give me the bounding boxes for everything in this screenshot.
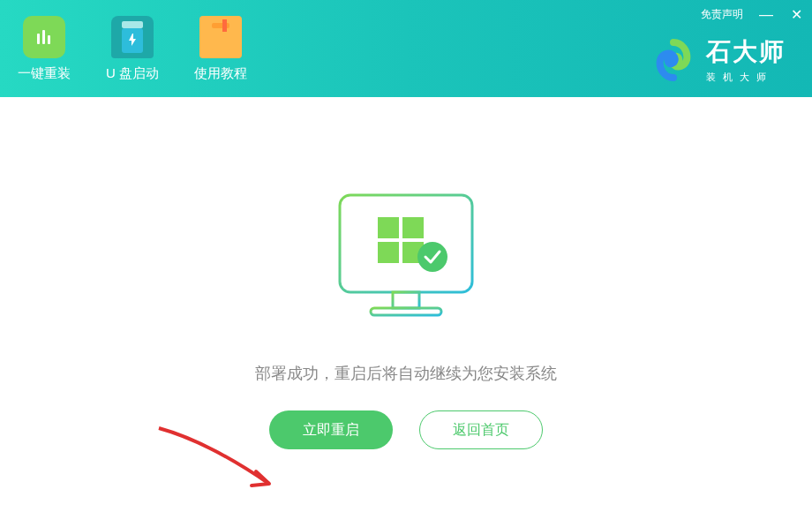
logo-subtitle: 装机大师 bbox=[706, 71, 786, 84]
tab-label: 一键重装 bbox=[18, 65, 71, 82]
tab-reinstall[interactable]: 一键重装 bbox=[18, 16, 71, 82]
logo-icon bbox=[651, 38, 695, 82]
minimize-button[interactable]: — bbox=[759, 8, 773, 22]
action-buttons: 立即重启 返回首页 bbox=[269, 410, 543, 449]
status-text: 部署成功，重启后将自动继续为您安装系统 bbox=[255, 363, 557, 384]
svg-rect-2 bbox=[48, 35, 50, 44]
svg-rect-11 bbox=[378, 217, 399, 238]
tab-label: 使用教程 bbox=[194, 65, 247, 82]
bars-icon bbox=[23, 16, 65, 58]
svg-rect-10 bbox=[371, 308, 441, 315]
svg-rect-7 bbox=[222, 19, 227, 32]
app-header: 一键重装 U 盘启动 使用教程 免责声明 bbox=[0, 0, 812, 97]
logo-title: 石大师 bbox=[706, 35, 786, 69]
app-logo: 石大师 装机大师 bbox=[651, 35, 786, 84]
restart-button[interactable]: 立即重启 bbox=[269, 410, 393, 449]
svg-rect-0 bbox=[37, 34, 40, 44]
main-content: 部署成功，重启后将自动继续为您安装系统 立即重启 返回首页 bbox=[0, 97, 812, 512]
tab-label: U 盘启动 bbox=[106, 65, 159, 82]
usb-icon bbox=[111, 16, 154, 58]
nav-tabs: 一键重装 U 盘启动 使用教程 bbox=[18, 16, 247, 82]
svg-rect-1 bbox=[42, 30, 45, 44]
svg-rect-12 bbox=[402, 217, 424, 238]
tab-tutorial[interactable]: 使用教程 bbox=[194, 16, 247, 82]
svg-point-15 bbox=[417, 242, 447, 272]
svg-rect-3 bbox=[122, 21, 143, 28]
disclaimer-link[interactable]: 免责声明 bbox=[701, 7, 743, 22]
book-icon bbox=[199, 16, 242, 58]
logo-text: 石大师 装机大师 bbox=[706, 35, 786, 84]
tab-usb-boot[interactable]: U 盘启动 bbox=[106, 16, 159, 82]
home-button[interactable]: 返回首页 bbox=[419, 410, 543, 449]
close-button[interactable]: ✕ bbox=[789, 8, 803, 22]
monitor-illustration bbox=[322, 186, 490, 336]
svg-rect-13 bbox=[378, 242, 399, 263]
svg-rect-9 bbox=[393, 292, 419, 308]
window-controls: 免责声明 — ✕ bbox=[701, 7, 803, 22]
